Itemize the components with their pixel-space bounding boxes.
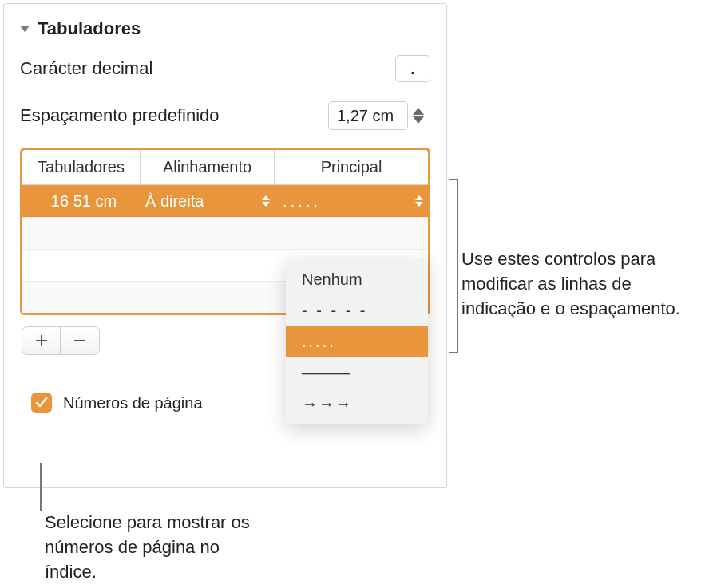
th-alignment[interactable]: Alinhamento	[141, 150, 275, 184]
default-spacing-row: Espaçamento predefinido 1,27 cm	[4, 92, 446, 140]
leader-dropdown: Nenhum - - - - - ..... ——— →→→	[286, 259, 428, 424]
page-numbers-checkbox[interactable]	[31, 393, 52, 413]
cell-alignment-value: À direita	[145, 192, 204, 211]
popup-arrows-icon	[262, 195, 270, 207]
default-spacing-value: 1,27 cm	[337, 107, 394, 125]
page-numbers-label: Números de página	[63, 394, 203, 412]
default-spacing-label: Espaçamento predefinido	[20, 105, 328, 126]
table-row[interactable]	[22, 217, 428, 249]
decimal-char-row: Carácter decimal .	[4, 45, 446, 92]
leader-option-dashes[interactable]: - - - - -	[286, 295, 428, 326]
decimal-char-value: .	[410, 60, 415, 78]
callout-leader-line-icon	[40, 463, 42, 511]
cell-stop[interactable]: 16 51 cm	[22, 192, 141, 211]
table-header: Tabuladores Alinhamento Principal	[22, 150, 428, 185]
minus-icon	[73, 334, 86, 347]
disclosure-triangle-icon[interactable]	[20, 26, 30, 32]
callout-bracket-icon	[449, 179, 458, 353]
leader-option-dots[interactable]: .....	[286, 326, 428, 357]
add-remove-stop	[22, 326, 100, 355]
remove-stop-button[interactable]	[61, 327, 99, 354]
leader-option-line[interactable]: ———	[286, 357, 428, 389]
callout-page-numbers: Selecione para mostrar os números de pág…	[45, 511, 268, 584]
th-stops[interactable]: Tabuladores	[22, 150, 141, 184]
checkmark-icon	[35, 397, 48, 409]
th-leader[interactable]: Principal	[275, 150, 428, 184]
cell-alignment[interactable]: À direita	[141, 192, 275, 211]
leader-option-none[interactable]: Nenhum	[286, 264, 428, 295]
cell-leader-value: .....	[283, 192, 321, 211]
default-spacing-input[interactable]: 1,27 cm	[328, 101, 408, 130]
decimal-char-label: Carácter decimal	[20, 58, 395, 79]
leader-option-arrows[interactable]: →→→	[286, 389, 428, 420]
cell-leader[interactable]: .....	[275, 192, 428, 211]
table-row[interactable]: 16 51 cm À direita .....	[22, 185, 428, 217]
callout-leader-controls: Use estes controlos para modificar as li…	[461, 247, 693, 321]
decimal-char-input[interactable]: .	[395, 55, 430, 82]
stepper-down-icon[interactable]	[413, 116, 424, 124]
plus-icon	[35, 334, 48, 347]
stepper-up-icon[interactable]	[413, 108, 424, 115]
spacing-stepper	[413, 101, 430, 130]
add-stop-button[interactable]	[22, 327, 61, 354]
section-header[interactable]: Tabuladores	[4, 4, 446, 45]
section-title: Tabuladores	[38, 18, 141, 39]
popup-arrows-icon	[415, 195, 423, 207]
